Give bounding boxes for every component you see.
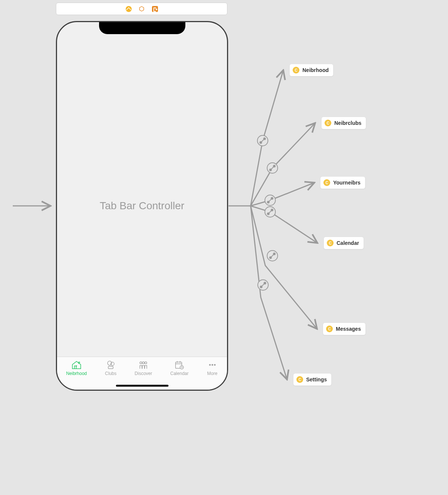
controller-icon bbox=[326, 326, 333, 332]
svg-point-25 bbox=[264, 282, 266, 284]
reference-neibrclubs[interactable]: Neibrclubs bbox=[321, 117, 366, 129]
reference-label: Settings bbox=[306, 376, 327, 382]
svg-point-21 bbox=[270, 257, 272, 259]
reference-yourneibrs[interactable]: Yourneibrs bbox=[320, 176, 365, 189]
svg-point-5 bbox=[265, 207, 275, 217]
reference-label: Neibrclubs bbox=[334, 120, 361, 126]
svg-line-20 bbox=[271, 254, 274, 258]
svg-point-10 bbox=[264, 138, 266, 140]
svg-point-15 bbox=[268, 201, 269, 203]
tab-clubs[interactable]: Clubs bbox=[105, 360, 117, 376]
scene-toolbar[interactable] bbox=[56, 3, 227, 15]
clubs-icon bbox=[105, 360, 116, 370]
svg-point-19 bbox=[271, 209, 273, 211]
svg-point-38 bbox=[209, 364, 211, 366]
svg-point-13 bbox=[274, 165, 275, 167]
controller-icon bbox=[325, 120, 331, 126]
device-notch bbox=[99, 22, 185, 34]
svg-line-17 bbox=[268, 210, 272, 214]
reference-calendar[interactable]: Calendar bbox=[323, 237, 364, 249]
svg-point-24 bbox=[260, 286, 262, 288]
tab-label: Discover bbox=[135, 371, 152, 376]
controller-icon bbox=[327, 240, 334, 246]
tab-label: Calendar bbox=[170, 371, 189, 376]
tab-label: Clubs bbox=[105, 371, 117, 376]
discover-icon bbox=[138, 360, 149, 370]
reference-label: Messages bbox=[336, 326, 361, 332]
house-icon bbox=[71, 360, 82, 370]
tab-bar-controller-scene[interactable]: Tab Bar Controller Neibrhood Clubs Disco… bbox=[56, 21, 228, 391]
svg-point-4 bbox=[265, 195, 275, 206]
svg-point-6 bbox=[267, 250, 278, 261]
svg-point-40 bbox=[214, 364, 216, 366]
svg-line-8 bbox=[261, 139, 265, 142]
svg-point-2 bbox=[257, 135, 268, 146]
tab-discover[interactable]: Discover bbox=[135, 360, 152, 376]
exit-icon[interactable] bbox=[152, 6, 158, 12]
controller-icon bbox=[296, 376, 303, 383]
svg-point-32 bbox=[145, 362, 147, 364]
tab-calendar[interactable]: Calendar bbox=[170, 360, 189, 376]
reference-label: Yourneibrs bbox=[333, 180, 361, 186]
calendar-icon bbox=[174, 360, 185, 370]
tab-label: Neibrhood bbox=[66, 371, 87, 376]
svg-line-11 bbox=[271, 166, 274, 170]
scene-title: Tab Bar Controller bbox=[100, 200, 185, 212]
svg-point-9 bbox=[260, 142, 262, 144]
svg-line-23 bbox=[261, 283, 265, 287]
svg-point-28 bbox=[111, 362, 114, 366]
tab-label: More bbox=[207, 371, 217, 376]
controller-icon bbox=[323, 179, 330, 186]
more-icon bbox=[207, 360, 218, 370]
svg-point-39 bbox=[211, 364, 213, 366]
reference-messages[interactable]: Messages bbox=[323, 322, 366, 335]
svg-point-22 bbox=[274, 253, 275, 255]
svg-rect-29 bbox=[108, 366, 113, 369]
reference-label: Calendar bbox=[337, 240, 359, 246]
first-responder-icon[interactable] bbox=[126, 6, 132, 12]
svg-point-18 bbox=[268, 213, 269, 215]
view-controller-icon[interactable] bbox=[138, 6, 145, 12]
reference-neibrhood[interactable]: Neibrhood bbox=[289, 64, 334, 76]
svg-point-31 bbox=[142, 362, 144, 364]
svg-point-16 bbox=[271, 198, 273, 200]
tab-neibrhood[interactable]: Neibrhood bbox=[66, 360, 87, 376]
svg-point-3 bbox=[267, 163, 278, 173]
reference-settings[interactable]: Settings bbox=[293, 373, 332, 386]
tab-more[interactable]: More bbox=[207, 360, 218, 376]
svg-point-30 bbox=[140, 362, 142, 364]
svg-point-12 bbox=[270, 169, 272, 171]
svg-point-26 bbox=[76, 365, 77, 366]
controller-icon bbox=[293, 67, 299, 74]
svg-point-7 bbox=[258, 280, 268, 290]
reference-label: Neibrhood bbox=[302, 67, 329, 73]
home-indicator bbox=[116, 385, 168, 387]
svg-line-14 bbox=[268, 198, 272, 202]
